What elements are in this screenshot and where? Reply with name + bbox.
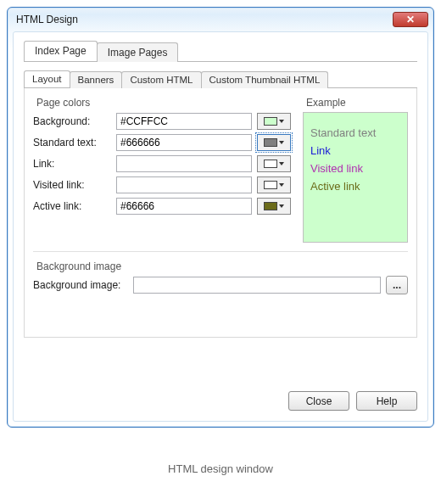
subtab-banners[interactable]: Banners (70, 71, 123, 88)
tab-index-page[interactable]: Index Page (24, 41, 98, 61)
background-color-picker[interactable] (257, 113, 291, 130)
sub-tabstrip: Layout Banners Custom HTML Custom Thumbn… (24, 70, 417, 88)
background-label: Background: (33, 115, 111, 127)
dialog-window: HTML Design ✕ Index Page Image Pages Lay… (7, 7, 434, 428)
chevron-down-icon (279, 204, 284, 208)
close-button[interactable]: Close (288, 391, 349, 411)
browse-button[interactable]: ... (386, 276, 408, 294)
tab-image-pages[interactable]: Image Pages (97, 42, 179, 62)
index-page-panel: Layout Banners Custom HTML Custom Thumbn… (24, 70, 417, 338)
bg-image-group-label: Background image (33, 260, 408, 272)
visited-link-label: Visited link: (33, 179, 111, 191)
window-title: HTML Design (16, 14, 393, 25)
example-preview: Standard text Link Visited link Active l… (303, 112, 408, 243)
active-link-color-picker[interactable] (257, 198, 291, 215)
link-color-picker[interactable] (257, 155, 291, 172)
client-area: Index Page Image Pages Layout Banners Cu… (13, 31, 428, 422)
background-swatch-icon (264, 117, 277, 126)
link-input[interactable] (116, 155, 252, 172)
subtab-custom-thumbnail-html[interactable]: Custom Thumbnail HTML (201, 71, 329, 88)
standard-text-input[interactable] (116, 134, 252, 151)
example-link: Link (310, 144, 400, 157)
link-swatch-icon (264, 160, 277, 168)
chevron-down-icon (279, 141, 284, 144)
figure-caption: HTML design window (7, 443, 434, 494)
visited-link-swatch-icon (264, 181, 277, 189)
visited-link-color-picker[interactable] (257, 176, 291, 193)
page-colors-group-label: Page colors (33, 97, 291, 109)
example-group-label: Example (303, 97, 408, 109)
visited-link-input[interactable] (116, 176, 252, 193)
bg-image-label: Background image: (33, 279, 128, 291)
standard-text-color-picker[interactable] (257, 134, 291, 151)
subtab-layout[interactable]: Layout (24, 70, 70, 87)
example-active-link: Active link (310, 180, 400, 193)
dialog-footer: Close Help (24, 381, 417, 411)
background-input[interactable] (116, 113, 252, 130)
close-icon: ✕ (406, 14, 415, 25)
active-link-input[interactable] (116, 198, 252, 215)
window-close-button[interactable]: ✕ (393, 12, 428, 27)
reflection: HTML design window (7, 443, 434, 494)
ellipsis-icon: ... (393, 279, 401, 291)
example-standard-text: Standard text (310, 126, 400, 139)
layout-panel: Page colors Background: Standard text: (24, 88, 417, 338)
active-link-label: Active link: (33, 200, 111, 212)
help-button[interactable]: Help (356, 391, 417, 411)
chevron-down-icon (279, 183, 284, 187)
bg-image-input[interactable] (133, 277, 381, 294)
example-visited-link: Visited link (310, 162, 400, 175)
standard-text-swatch-icon (264, 138, 277, 147)
active-link-swatch-icon (264, 202, 277, 210)
standard-text-label: Standard text: (33, 137, 111, 148)
chevron-down-icon (279, 120, 284, 123)
separator (33, 251, 408, 252)
chevron-down-icon (279, 162, 284, 165)
main-tabstrip: Index Page Image Pages (24, 41, 417, 62)
subtab-custom-html[interactable]: Custom HTML (121, 71, 201, 88)
titlebar: HTML Design ✕ (8, 8, 433, 31)
link-label: Link: (33, 158, 111, 170)
